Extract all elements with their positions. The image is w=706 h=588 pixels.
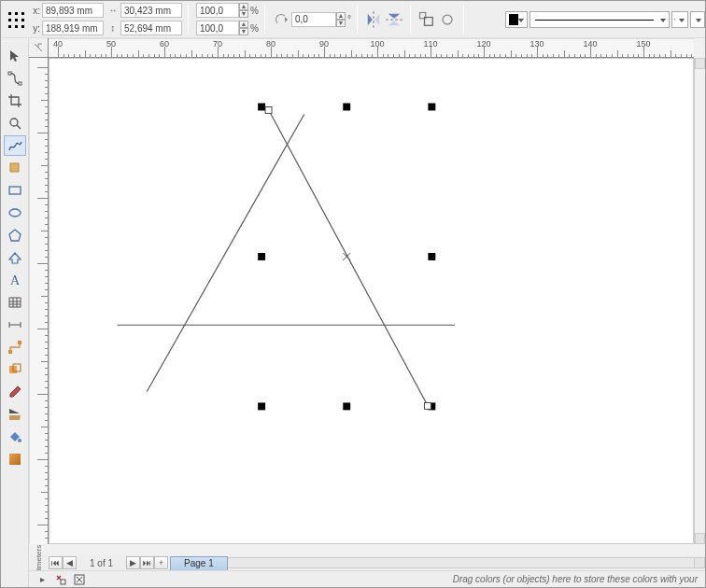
fill-tool[interactable]: [4, 427, 26, 447]
toolbox: A: [1, 38, 29, 587]
svg-rect-21: [8, 350, 12, 354]
prev-page-button[interactable]: ◀: [63, 556, 77, 569]
vertical-ruler[interactable]: 220210200190180170160150: [29, 58, 49, 544]
horizontal-scroll-area: [49, 544, 694, 555]
drawing-canvas[interactable]: [49, 58, 694, 544]
svg-rect-36: [424, 402, 431, 409]
svg-point-10: [9, 209, 21, 217]
separator: [264, 6, 265, 34]
next-page-button[interactable]: ▶: [126, 556, 140, 569]
scale-y-field[interactable]: 100,0: [196, 21, 239, 35]
separator: [357, 6, 358, 34]
basic-shapes-tool[interactable]: [4, 247, 26, 268]
separator: [463, 6, 464, 34]
svg-rect-33: [343, 402, 350, 410]
svg-rect-22: [18, 341, 21, 344]
svg-point-7: [10, 119, 18, 126]
svg-rect-26: [9, 454, 21, 465]
settings-icon[interactable]: [53, 573, 68, 586]
svg-rect-5: [8, 72, 11, 75]
text-tool[interactable]: A: [4, 270, 26, 290]
width-field[interactable]: 30,423 mm: [120, 3, 182, 18]
position-origin-widget[interactable]: [5, 8, 27, 31]
scroll-down-button[interactable]: [695, 533, 705, 544]
scale-x-field[interactable]: 100,0: [196, 3, 239, 18]
add-page-button[interactable]: +: [154, 556, 168, 569]
ruler-origin[interactable]: [29, 38, 49, 58]
work-area: 405060708090100110120130140150 220210200…: [29, 38, 705, 555]
zoom-tool[interactable]: [4, 113, 26, 133]
scale-y-spinner[interactable]: ▲▼: [239, 21, 248, 35]
left-diagonal-line[interactable]: [147, 114, 304, 391]
interactive-fill-tool[interactable]: [4, 449, 26, 469]
scale-x-spinner[interactable]: ▲▼: [239, 3, 248, 18]
dimension-tool[interactable]: [4, 315, 26, 335]
svg-rect-28: [343, 104, 350, 111]
rectangle-tool[interactable]: [4, 180, 26, 201]
svg-rect-6: [19, 82, 21, 85]
svg-point-4: [443, 15, 452, 24]
hint-text: Drag colors (or objects) here to store t…: [453, 574, 705, 584]
arrow-start-combo[interactable]: [505, 11, 528, 28]
pos-x-field[interactable]: 89,893 mm: [42, 3, 104, 18]
svg-rect-13: [9, 298, 21, 307]
svg-text:A: A: [10, 273, 21, 287]
pos-x-label: x:: [29, 6, 42, 16]
ellipse-tool[interactable]: [4, 203, 26, 223]
scroll-left-button[interactable]: [694, 557, 705, 568]
close-palette-icon[interactable]: [72, 573, 87, 586]
svg-rect-32: [258, 402, 265, 410]
svg-rect-9: [9, 187, 21, 194]
smart-fill-tool[interactable]: [4, 158, 26, 178]
ruler-units-label: millimeters: [29, 555, 49, 570]
shape-tool[interactable]: [4, 68, 26, 89]
scale-y-unit: %: [250, 23, 259, 34]
connector-tool[interactable]: [4, 337, 26, 357]
scale-x-unit: %: [250, 6, 259, 16]
property-bar: x: 89,893 mm y: 188,919 mm ↔ 30,423 mm ↨…: [1, 1, 705, 38]
table-tool[interactable]: [4, 292, 26, 313]
svg-line-8: [17, 125, 21, 129]
misc-button-2[interactable]: [437, 9, 458, 30]
pick-tool[interactable]: [4, 46, 26, 66]
line-style-combo[interactable]: [530, 11, 670, 28]
last-page-button[interactable]: ⏭: [140, 556, 154, 569]
line-width-combo[interactable]: [671, 11, 688, 28]
misc-button-1[interactable]: [417, 9, 437, 30]
arrow-end-combo[interactable]: [690, 11, 705, 28]
freehand-tool[interactable]: [4, 135, 26, 156]
eyedropper-tool[interactable]: [4, 382, 26, 402]
height-icon: ↨: [106, 21, 120, 35]
page-info: 1 of 1: [77, 558, 126, 568]
polygon-tool[interactable]: [4, 225, 26, 245]
svg-rect-35: [265, 107, 272, 114]
horizontal-ruler[interactable]: 405060708090100110120130140150: [49, 38, 694, 58]
svg-rect-29: [428, 104, 435, 111]
svg-rect-39: [61, 580, 65, 584]
outline-tool[interactable]: [4, 404, 26, 425]
effects-tool[interactable]: [4, 359, 26, 380]
svg-rect-27: [258, 104, 265, 111]
status-bar: ▸ Drag colors (or objects) here to store…: [29, 570, 705, 587]
separator: [188, 6, 189, 34]
mirror-vertical-button[interactable]: [384, 9, 404, 30]
pos-y-label: y:: [29, 23, 42, 34]
rotation-field[interactable]: 0,0: [291, 12, 336, 27]
rotation-icon: [271, 9, 291, 30]
svg-point-25: [18, 439, 21, 442]
first-page-button[interactable]: ⏮: [49, 556, 63, 569]
rotation-unit: °: [347, 14, 351, 24]
svg-rect-31: [428, 253, 435, 260]
crop-tool[interactable]: [4, 91, 26, 111]
horizontal-scrollbar[interactable]: [228, 557, 694, 568]
vertical-scrollbar[interactable]: [694, 58, 705, 544]
page-1-tab[interactable]: Page 1: [170, 556, 228, 570]
rotation-spinner[interactable]: ▲▼: [336, 12, 346, 27]
height-field[interactable]: 52,694 mm: [120, 21, 182, 35]
scroll-up-button[interactable]: [695, 58, 705, 69]
svg-marker-11: [9, 230, 21, 241]
separator: [410, 6, 411, 34]
pos-y-field[interactable]: 188,919 mm: [42, 21, 104, 35]
play-icon[interactable]: ▸: [35, 573, 49, 586]
mirror-horizontal-button[interactable]: [363, 9, 384, 30]
